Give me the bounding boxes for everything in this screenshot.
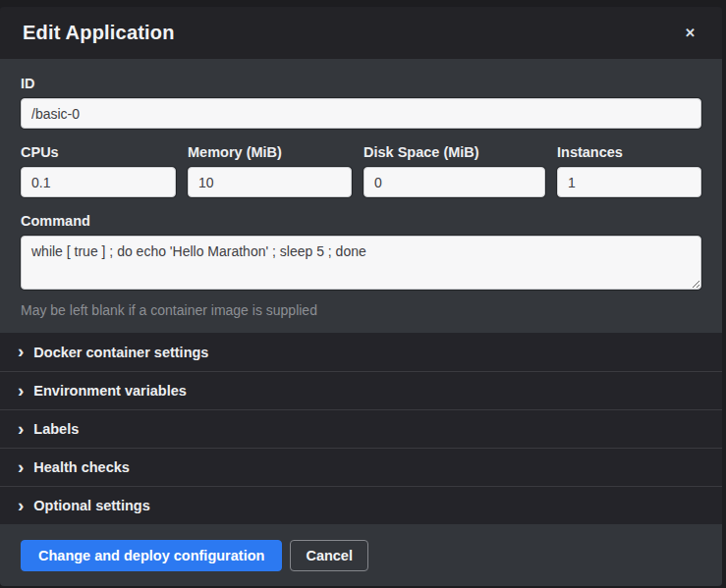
disk-space-label: Disk Space (MiB): [363, 144, 545, 160]
cpus-field-group: CPUs: [21, 144, 176, 197]
instances-input[interactable]: [557, 167, 701, 197]
edit-application-modal: Edit Application ✕ ID CPUs Memory (MiB) …: [0, 7, 722, 586]
section-label: Optional settings: [33, 498, 149, 513]
id-label: ID: [21, 76, 701, 91]
modal-title: Edit Application: [23, 22, 175, 44]
chevron-right-icon: ›: [18, 342, 24, 360]
memory-input[interactable]: [188, 167, 352, 197]
id-input[interactable]: [21, 98, 701, 129]
section-labels[interactable]: › Labels: [0, 409, 722, 448]
modal-footer: Change and deploy configuration Cancel: [0, 524, 722, 586]
chevron-right-icon: ›: [18, 419, 24, 438]
command-label: Command: [21, 213, 701, 229]
section-environment-variables[interactable]: › Environment variables: [0, 371, 722, 409]
section-label: Environment variables: [33, 383, 187, 399]
section-health-checks[interactable]: › Health checks: [0, 448, 722, 486]
modal-header: Edit Application ✕: [0, 7, 722, 59]
disk-space-input[interactable]: [363, 167, 545, 197]
disk-space-field-group: Disk Space (MiB): [363, 144, 545, 197]
section-label: Docker container settings: [33, 345, 208, 360]
application-form: ID CPUs Memory (MiB) Disk Space (MiB) In…: [0, 59, 722, 333]
close-icon[interactable]: ✕: [681, 23, 699, 43]
memory-label: Memory (MiB): [188, 144, 352, 160]
section-docker-container-settings[interactable]: › Docker container settings: [0, 333, 722, 371]
collapsible-sections: › Docker container settings › Environmen…: [0, 333, 722, 524]
id-field-group: ID: [21, 76, 701, 129]
resource-fields-row: CPUs Memory (MiB) Disk Space (MiB) Insta…: [21, 144, 701, 197]
instances-label: Instances: [557, 144, 701, 160]
memory-field-group: Memory (MiB): [188, 144, 352, 197]
command-field-group: Command while [ true ] ; do echo 'Hello …: [21, 213, 701, 318]
section-optional-settings[interactable]: › Optional settings: [0, 486, 722, 524]
section-label: Labels: [33, 421, 79, 437]
cancel-button[interactable]: Cancel: [290, 540, 368, 571]
chevron-right-icon: ›: [18, 457, 24, 476]
change-and-deploy-button[interactable]: Change and deploy configuration: [21, 540, 282, 571]
section-label: Health checks: [33, 459, 130, 475]
cpus-input[interactable]: [21, 167, 176, 197]
chevron-right-icon: ›: [18, 496, 24, 514]
command-help-text: May be left blank if a container image i…: [21, 302, 701, 318]
command-textarea[interactable]: while [ true ] ; do echo 'Hello Marathon…: [21, 236, 701, 290]
instances-field-group: Instances: [557, 144, 701, 197]
cpus-label: CPUs: [21, 144, 176, 160]
chevron-right-icon: ›: [18, 381, 24, 400]
